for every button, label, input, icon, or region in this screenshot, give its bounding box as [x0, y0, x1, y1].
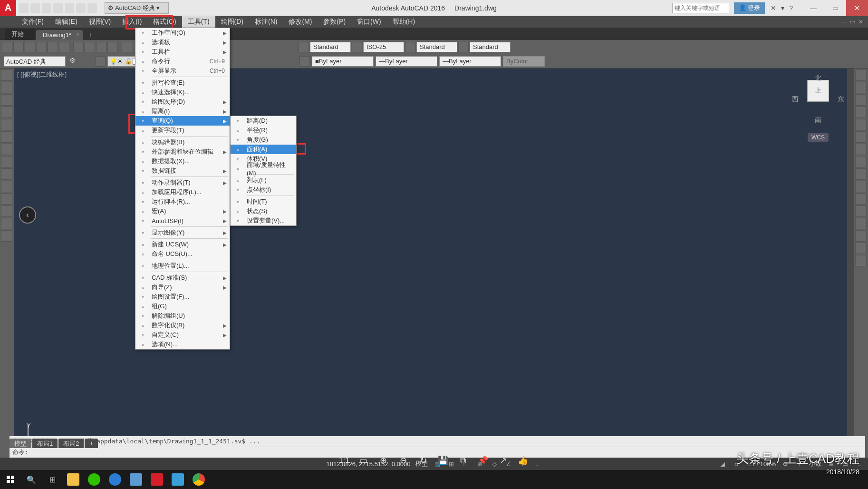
menu-item-Q[interactable]: ▫查询(Q)▶	[135, 116, 230, 126]
menu-item-D[interactable]: ▫绘图次序(D)▶	[135, 97, 230, 107]
menu-item-I[interactable]: ▫隔离(I)▶	[135, 107, 230, 116]
menu-item-[interactable]: ▫选项板▶	[135, 38, 230, 47]
menu-item-UCSW[interactable]: ▫新建 UCS(W)▶	[135, 240, 230, 249]
login-button[interactable]: 👤 登录	[734, 2, 765, 14]
menu-item-B[interactable]: ▫块编辑器(B)	[135, 137, 230, 147]
menu-item-[interactable]: ▫命令行Ctrl+9	[135, 57, 230, 66]
menu-item-T[interactable]: ▫动作录制器(T)▶	[135, 178, 230, 187]
open-icon[interactable]	[13, 42, 24, 52]
block-icon[interactable]	[1, 193, 12, 205]
menu-item-[interactable]: ▫工具栏▶	[135, 47, 230, 57]
menu-item-Y[interactable]: ▫显示图像(Y)▶	[135, 228, 230, 237]
chamfer-icon[interactable]	[855, 230, 867, 242]
menu-tools[interactable]: 工具(T)	[182, 16, 215, 28]
table-style-combo[interactable]: Standard	[416, 42, 457, 52]
snip-share-icon[interactable]: ↗	[497, 454, 509, 467]
menu-item-G[interactable]: ▫组(G)	[135, 302, 230, 311]
print-icon[interactable]	[36, 42, 47, 52]
tab-model[interactable]: 模型	[10, 439, 31, 448]
plotstyle-combo[interactable]: ByColor	[503, 56, 545, 67]
wcs-badge[interactable]: WCS	[808, 133, 829, 142]
ml-style-combo[interactable]: Standard	[470, 42, 511, 52]
menu-item-UCSU[interactable]: ▫命名 UCS(U)...	[135, 249, 230, 259]
table-icon[interactable]	[1, 205, 12, 217]
spline-icon[interactable]	[1, 144, 12, 155]
undo-icon[interactable]	[122, 42, 132, 52]
menu-item-U[interactable]: ▫解除编组(U)	[135, 311, 230, 321]
menu-item-[interactable]: ▫外部参照和块在位编辑▶	[135, 147, 230, 156]
publish-icon[interactable]	[59, 42, 69, 52]
menu-item-[interactable]: ▫数据链接▶	[135, 166, 230, 176]
array-icon[interactable]	[855, 119, 867, 130]
lw-toggle-icon[interactable]: ≡	[532, 459, 542, 469]
copy2-icon[interactable]	[855, 82, 867, 93]
tablestyle-icon[interactable]	[405, 42, 415, 52]
extend-icon[interactable]	[855, 193, 867, 205]
view-cube[interactable]: 北 南 东 西 上 WCS	[792, 74, 844, 150]
rotate-icon[interactable]	[855, 144, 867, 155]
menu-item-X[interactable]: ▫数据提取(X)...	[135, 156, 230, 166]
explorer-app-icon[interactable]	[63, 470, 84, 489]
qat-redo-icon[interactable]	[87, 3, 97, 13]
tab-start[interactable]: 开始	[5, 29, 35, 40]
search-input[interactable]	[672, 3, 729, 13]
a360-icon[interactable]: ▾	[781, 4, 784, 12]
layerprop-icon[interactable]	[95, 56, 106, 67]
hatch-icon[interactable]	[1, 168, 12, 180]
join-icon[interactable]	[855, 218, 867, 229]
prev-nav-button[interactable]: ‹	[19, 206, 36, 224]
tab-layout2[interactable]: 布局2	[58, 439, 84, 448]
stretch-icon[interactable]	[855, 168, 867, 180]
iso-icon[interactable]: ◢	[718, 459, 727, 469]
circle-icon[interactable]	[1, 131, 12, 143]
text-style-combo[interactable]: Standard	[310, 42, 351, 52]
break-icon[interactable]	[855, 205, 867, 217]
new-icon[interactable]	[2, 42, 12, 52]
ellipse-icon[interactable]	[1, 156, 12, 167]
qat-new-icon[interactable]	[19, 3, 29, 13]
close-button[interactable]: ✕	[846, 0, 868, 16]
line-icon[interactable]	[1, 69, 12, 81]
submenu-item-G[interactable]: ▫角度(G)	[231, 135, 296, 145]
menu-item-F[interactable]: ▫绘图设置(F)...	[135, 292, 230, 302]
trim-icon[interactable]	[855, 181, 867, 192]
save-icon[interactable]	[25, 42, 35, 52]
app-logo[interactable]: A	[0, 0, 16, 16]
menu-item-B[interactable]: ▫数字化仪(B)▶	[135, 321, 230, 330]
menu-item-AutoLISPI[interactable]: ▫AutoLISP(I)▶	[135, 216, 230, 225]
minimize-button[interactable]: —	[802, 0, 824, 16]
menu-item-[interactable]: ▫全屏显示Ctrl+0	[135, 66, 230, 76]
doc-close-icon[interactable]: ✕	[858, 19, 865, 25]
pline-icon[interactable]	[1, 82, 12, 93]
submenu-item-V[interactable]: ▫设置变量(V)...	[231, 216, 296, 225]
tab-layout-add[interactable]: +	[85, 439, 98, 448]
menu-item-C[interactable]: ▫自定义(C)▶	[135, 330, 230, 340]
snip-pin-icon[interactable]: 📌	[477, 454, 489, 467]
snip-rect-icon[interactable]: ▭	[357, 454, 369, 467]
qat-undo-icon[interactable]	[76, 3, 86, 13]
menu-item-A[interactable]: ▫宏(A)▶	[135, 206, 230, 216]
scale-icon[interactable]	[855, 156, 867, 167]
menu-item-T[interactable]: ▫更新字段(T)	[135, 126, 230, 135]
menu-item-L[interactable]: ▫加载应用程序(L)...	[135, 187, 230, 197]
menu-item-L[interactable]: ▫地理位置(L)...	[135, 261, 230, 271]
submenu-item-S[interactable]: ▫状态(S)	[231, 206, 296, 216]
submenu-item-T[interactable]: ▫时间(T)	[231, 197, 296, 206]
tab-close-icon[interactable]: ✕	[76, 31, 80, 38]
submenu-item-A[interactable]: ▫面积(A)	[231, 145, 296, 154]
polygon-icon[interactable]	[1, 94, 12, 106]
submenu-item-I[interactable]: ▫点坐标(I)	[231, 185, 296, 195]
point-icon[interactable]	[1, 181, 12, 192]
workspace-name-combo[interactable]: AutoCAD 经典	[4, 56, 66, 67]
cut-icon[interactable]	[73, 42, 84, 52]
copy-icon[interactable]	[85, 42, 95, 52]
color-combo[interactable]: ■ ByLayer	[312, 56, 374, 67]
vertical-scrollbar[interactable]	[847, 68, 854, 458]
qat-save-icon[interactable]	[42, 3, 51, 13]
autocad-app-icon[interactable]	[146, 470, 167, 489]
lineweight-combo[interactable]: — ByLayer	[439, 56, 501, 67]
erase-icon[interactable]	[855, 69, 867, 81]
text-icon[interactable]	[1, 218, 12, 229]
menu-help[interactable]: 帮助(H)	[387, 16, 421, 28]
dimstyle-icon[interactable]	[352, 42, 362, 52]
